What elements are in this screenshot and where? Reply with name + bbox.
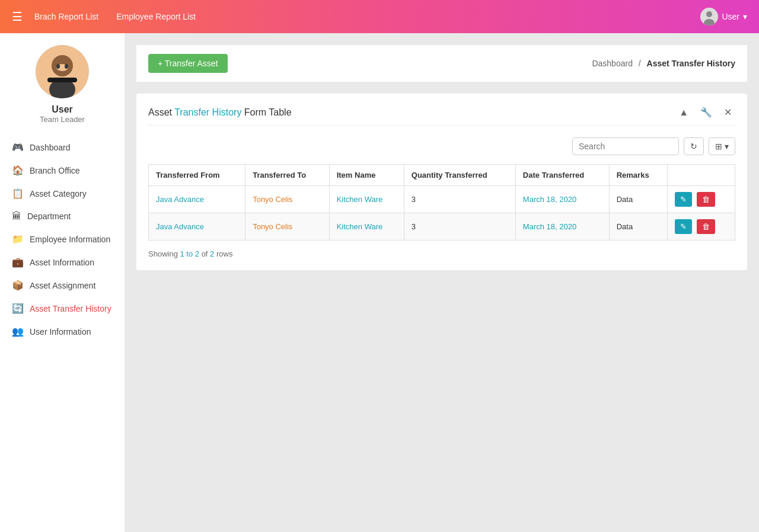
card-tools: ▲ 🔧 ✕ — [675, 105, 735, 119]
cell-quantity: 3 — [404, 213, 515, 241]
transferred-from-link[interactable]: Java Advance — [156, 222, 204, 231]
breadcrumb: Dashboard / Asset Transfer History — [592, 59, 735, 68]
table-head: Transferred From Transferred To Item Nam… — [149, 165, 735, 186]
sidebar: User Team Leader 🎮Dashboard🏠Branch Offic… — [0, 33, 125, 532]
edit-button-1[interactable]: ✎ — [675, 219, 692, 234]
breadcrumb-separator: / — [639, 59, 641, 68]
sidebar-item-asset-category[interactable]: 📋Asset Category — [0, 182, 125, 205]
cell-remarks: Data — [609, 186, 667, 213]
avatar — [700, 8, 718, 25]
asset-information-icon: 💼 — [12, 257, 24, 268]
asset-transfer-history-icon: 🔄 — [12, 303, 24, 314]
item-name-link[interactable]: Kitchen Ware — [337, 222, 383, 231]
close-button[interactable]: ✕ — [720, 105, 735, 119]
content-header: + Transfer Asset Dashboard / Asset Trans… — [136, 45, 747, 82]
transfer-history-table: Transferred From Transferred To Item Nam… — [148, 164, 735, 241]
breadcrumb-home[interactable]: Dashboard — [592, 59, 633, 68]
svg-rect-6 — [47, 78, 77, 82]
sidebar-item-dashboard[interactable]: 🎮Dashboard — [0, 136, 125, 159]
hamburger-icon[interactable]: ☰ — [12, 9, 23, 24]
cell-transferred-from: Java Advance — [149, 186, 245, 213]
sidebar-item-label: Asset Category — [30, 189, 87, 198]
asset-assignment-icon: 📦 — [12, 280, 24, 291]
sidebar-item-branch-office[interactable]: 🏠Branch Office — [0, 159, 125, 182]
cell-date: March 18, 2020 — [515, 213, 609, 241]
transferred-to-link[interactable]: Tonyo Celis — [253, 195, 292, 204]
cell-actions: ✎ 🗑 — [668, 186, 735, 213]
delete-button-0[interactable]: 🗑 — [697, 192, 715, 207]
sidebar-item-label: Asset Transfer History — [30, 304, 111, 313]
search-input[interactable] — [572, 137, 679, 155]
navbar-user[interactable]: User ▾ — [700, 8, 747, 25]
sidebar-item-user-information[interactable]: 👥User Information — [0, 320, 125, 343]
col-date: Date Transferred — [515, 165, 609, 186]
sidebar-item-employee-information[interactable]: 📁Employee Information — [0, 227, 125, 251]
card-header: Asset Transfer History Form Table ▲ 🔧 ✕ — [148, 105, 735, 126]
card-title: Asset Transfer History Form Table — [148, 107, 292, 118]
delete-button-1[interactable]: 🗑 — [697, 219, 715, 234]
refresh-icon: ↻ — [690, 142, 697, 151]
cell-quantity: 3 — [404, 186, 515, 213]
sidebar-item-label: Asset Information — [30, 258, 94, 267]
table-footer-total: 2 — [210, 249, 214, 258]
main-content: + Transfer Asset Dashboard / Asset Trans… — [125, 33, 759, 532]
asset-category-icon: 📋 — [12, 188, 24, 199]
cell-transferred-to: Tonyo Celis — [245, 213, 330, 241]
table-row: Java Advance Tonyo Celis Kitchen Ware 3 … — [149, 213, 735, 241]
item-name-link[interactable]: Kitchen Ware — [337, 195, 383, 204]
edit-button-0[interactable]: ✎ — [675, 192, 692, 207]
col-transferred-to: Transferred To — [245, 165, 330, 186]
table-row: Java Advance Tonyo Celis Kitchen Ware 3 … — [149, 186, 735, 213]
cell-remarks: Data — [609, 213, 667, 241]
cell-date: March 18, 2020 — [515, 186, 609, 213]
sidebar-item-label: Department — [27, 211, 71, 221]
sidebar-item-label: Dashboard — [30, 143, 71, 152]
collapse-button[interactable]: ▲ — [675, 105, 692, 119]
sidebar-item-asset-assignment[interactable]: 📦Asset Assignment — [0, 274, 125, 297]
transferred-to-link[interactable]: Tonyo Celis — [253, 222, 292, 231]
col-quantity: Quantity Transferred — [404, 165, 515, 186]
grid-dropdown-icon: ▾ — [725, 142, 729, 151]
sidebar-item-label: Branch Office — [30, 166, 80, 175]
navbar-user-label: User — [722, 12, 739, 21]
transfer-asset-button[interactable]: + Transfer Asset — [148, 54, 228, 73]
sidebar-item-asset-information[interactable]: 💼Asset Information — [0, 251, 125, 274]
navbar-link-branch-report[interactable]: Brach Report List — [34, 12, 98, 21]
table-controls: ↻ ⊞ ▾ — [148, 137, 735, 155]
table-footer: Showing 1 to 2 of 2 rows — [148, 249, 735, 258]
col-transferred-from: Transferred From — [149, 165, 245, 186]
breadcrumb-current: Asset Transfer History — [647, 59, 735, 68]
cell-item-name: Kitchen Ware — [329, 186, 404, 213]
col-actions — [668, 165, 735, 186]
settings-button[interactable]: 🔧 — [697, 105, 716, 119]
navbar-link-employee-report[interactable]: Employee Report List — [116, 12, 196, 21]
svg-point-8 — [56, 64, 60, 69]
grid-view-button[interactable]: ⊞ ▾ — [709, 137, 735, 155]
sidebar-nav: 🎮Dashboard🏠Branch Office📋Asset Category🏛… — [0, 136, 125, 343]
transferred-from-link[interactable]: Java Advance — [156, 195, 204, 204]
table-footer-range: 1 to 2 — [180, 249, 199, 258]
refresh-button[interactable]: ↻ — [684, 137, 704, 155]
table-body: Java Advance Tonyo Celis Kitchen Ware 3 … — [149, 186, 735, 241]
cell-actions: ✎ 🗑 — [668, 213, 735, 241]
cell-item-name: Kitchen Ware — [329, 213, 404, 241]
sidebar-item-label: Asset Assignment — [30, 281, 95, 290]
sidebar-item-label: User Information — [30, 327, 91, 336]
svg-point-9 — [65, 64, 68, 69]
department-icon: 🏛 — [12, 211, 21, 222]
cell-transferred-to: Tonyo Celis — [245, 186, 330, 213]
sidebar-item-asset-transfer-history[interactable]: 🔄Asset Transfer History — [0, 297, 125, 320]
sidebar-username: User — [52, 104, 73, 115]
col-item-name: Item Name — [329, 165, 404, 186]
user-information-icon: 👥 — [12, 326, 24, 337]
sidebar-item-label: Employee Information — [30, 235, 110, 244]
card-title-colored: Transfer History — [174, 107, 241, 117]
col-remarks: Remarks — [609, 165, 667, 186]
sidebar-avatar — [36, 45, 89, 98]
svg-point-1 — [706, 11, 712, 17]
navbar-links: Brach Report List Employee Report List — [34, 12, 700, 21]
employee-information-icon: 📁 — [12, 233, 24, 245]
branch-office-icon: 🏠 — [12, 165, 24, 176]
sidebar-item-department[interactable]: 🏛Department — [0, 205, 125, 227]
dashboard-icon: 🎮 — [12, 142, 24, 153]
